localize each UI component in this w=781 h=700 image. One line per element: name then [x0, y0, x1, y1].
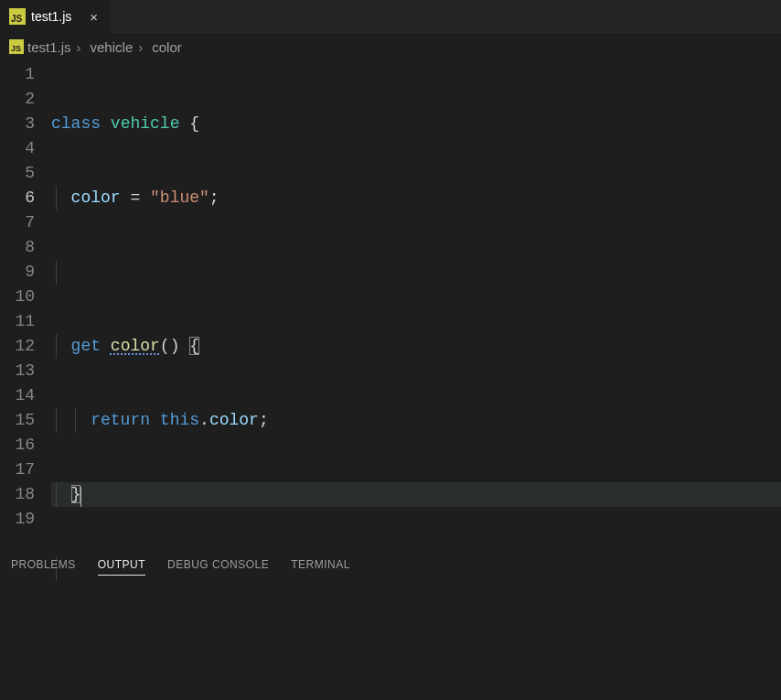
line-number: 19	[0, 507, 35, 532]
tab-file-active[interactable]: JS test1.js ×	[0, 0, 112, 33]
line-number: 18	[0, 482, 35, 507]
code-line-current: }	[51, 482, 781, 507]
chevron-right-icon: ›	[138, 39, 143, 55]
close-icon[interactable]: ×	[86, 8, 102, 26]
line-number: 15	[0, 408, 35, 433]
js-file-icon: JS	[9, 39, 24, 54]
line-number: 1	[0, 62, 35, 87]
breadcrumb-symbol-class[interactable]: vehicle	[87, 39, 134, 55]
tab-filename: test1.js	[31, 9, 71, 24]
panel-tabs: PROBLEMS OUTPUT DEBUG CONSOLE TERMINAL	[0, 549, 781, 585]
line-number: 4	[0, 136, 35, 161]
tab-problems[interactable]: PROBLEMS	[11, 558, 76, 576]
line-number: 17	[0, 458, 35, 482]
line-number: 9	[0, 260, 35, 285]
line-number-current: 6	[0, 186, 35, 210]
text-cursor	[80, 487, 81, 507]
line-number: 2	[0, 87, 35, 112]
line-number: 8	[0, 235, 35, 260]
breadcrumb-file-label: test1.js	[27, 39, 71, 55]
line-number: 12	[0, 334, 35, 359]
tab-bar: JS test1.js ×	[0, 0, 781, 33]
chevron-right-icon: ›	[77, 39, 81, 55]
bottom-panel: PROBLEMS OUTPUT DEBUG CONSOLE TERMINAL	[0, 549, 781, 700]
breadcrumb: JS test1.js › vehicle › color	[0, 33, 781, 60]
code-line: class vehicle {	[51, 112, 781, 136]
code-line: return this.color;	[51, 408, 781, 433]
line-number: 5	[0, 161, 35, 186]
code-line	[51, 260, 781, 285]
breadcrumb-class-label: vehicle	[91, 39, 134, 55]
breadcrumb-property-label: color	[152, 39, 182, 55]
panel-body[interactable]	[0, 585, 781, 700]
js-file-icon: JS	[9, 8, 26, 25]
code-line: get color() {	[51, 334, 781, 359]
line-number: 3	[0, 112, 35, 136]
line-number: 13	[0, 359, 35, 383]
line-number: 16	[0, 433, 35, 458]
tab-terminal[interactable]: TERMINAL	[291, 558, 350, 576]
code-line: color = "blue";	[51, 186, 781, 210]
tab-output[interactable]: OUTPUT	[98, 558, 145, 576]
breadcrumb-symbol-property[interactable]: color	[148, 39, 182, 55]
line-number: 7	[0, 210, 35, 235]
line-number: 10	[0, 285, 35, 309]
breadcrumb-file[interactable]: JS test1.js	[9, 39, 71, 55]
tab-debug-console[interactable]: DEBUG CONSOLE	[167, 558, 269, 576]
line-number: 11	[0, 309, 35, 334]
line-number: 14	[0, 383, 35, 408]
